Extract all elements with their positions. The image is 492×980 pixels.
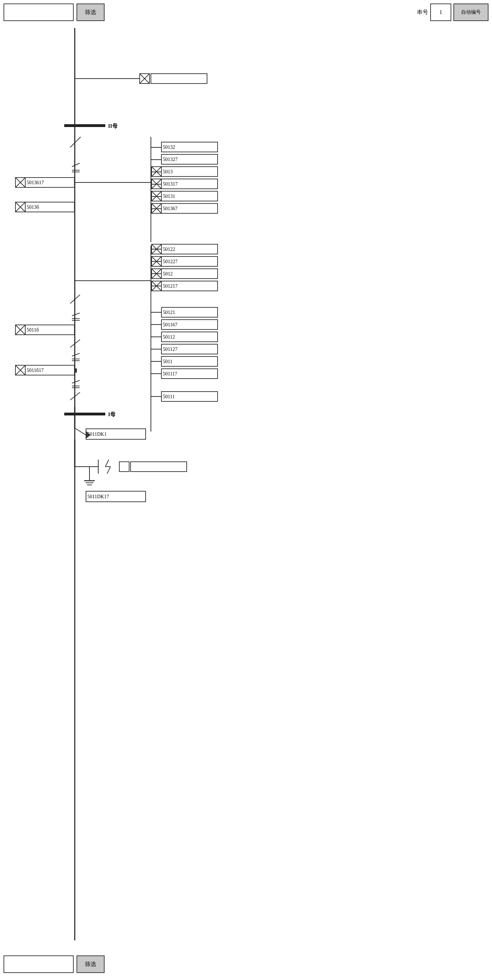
svg-line-116 <box>72 380 80 383</box>
svg-text:501217: 501217 <box>163 283 178 289</box>
svg-text:501227: 501227 <box>163 259 178 264</box>
svg-text:501327: 501327 <box>163 157 178 162</box>
svg-line-155 <box>105 460 109 467</box>
svg-line-90 <box>72 313 80 316</box>
svg-rect-3 <box>151 74 207 84</box>
filter-button-bottom[interactable]: 筛选 <box>76 955 105 973</box>
svg-text:5013617: 5013617 <box>27 180 44 185</box>
svg-rect-159 <box>131 462 187 472</box>
svg-text:501127: 501127 <box>163 347 177 352</box>
svg-line-157 <box>107 467 111 474</box>
svg-line-146 <box>75 428 86 435</box>
svg-text:50131: 50131 <box>163 194 175 199</box>
svg-text:5013б: 5013б <box>27 205 39 210</box>
diagram-svg: II母 50132 501327 <box>0 28 492 975</box>
svg-text:50122: 50122 <box>163 247 175 252</box>
bottom-input[interactable] <box>3 955 74 973</box>
filter-button-top[interactable]: 筛选 <box>76 3 105 21</box>
svg-line-10 <box>72 163 80 167</box>
svg-text:5011б: 5011б <box>27 328 39 332</box>
svg-text:501367: 501367 <box>163 206 178 211</box>
svg-text:5011DK17: 5011DK17 <box>88 494 109 499</box>
svg-text:50112: 50112 <box>163 334 175 340</box>
serial-label: 串号 <box>417 9 428 16</box>
svg-line-7 <box>70 137 81 147</box>
svg-line-110 <box>72 353 80 356</box>
svg-text:501317: 501317 <box>163 181 178 187</box>
svg-text:5012: 5012 <box>163 271 173 277</box>
bus-i-label: I母 <box>108 412 116 417</box>
top-input[interactable] <box>3 3 74 21</box>
bus-ii-label: II母 <box>108 123 118 129</box>
svg-text:501117: 501117 <box>163 371 177 377</box>
svg-text:50132: 50132 <box>163 145 175 150</box>
page-container: 筛选 串号 1 自动编号 II母 <box>0 0 492 980</box>
svg-text:5011: 5011 <box>163 359 172 364</box>
svg-text:5011б17: 5011б17 <box>27 368 44 373</box>
serial-input[interactable]: 1 <box>430 3 451 21</box>
svg-text:50121: 50121 <box>163 310 175 315</box>
auto-number-button[interactable]: 自动编号 <box>454 3 489 21</box>
svg-text:5013: 5013 <box>163 169 173 174</box>
top-toolbar: 筛选 串号 1 自动编号 <box>3 3 489 21</box>
svg-text:501167: 501167 <box>163 322 177 328</box>
bottom-toolbar: 筛选 <box>3 955 489 973</box>
svg-rect-158 <box>119 462 129 472</box>
svg-text:5011DK1: 5011DK1 <box>88 431 107 437</box>
svg-text:50111: 50111 <box>163 394 175 399</box>
